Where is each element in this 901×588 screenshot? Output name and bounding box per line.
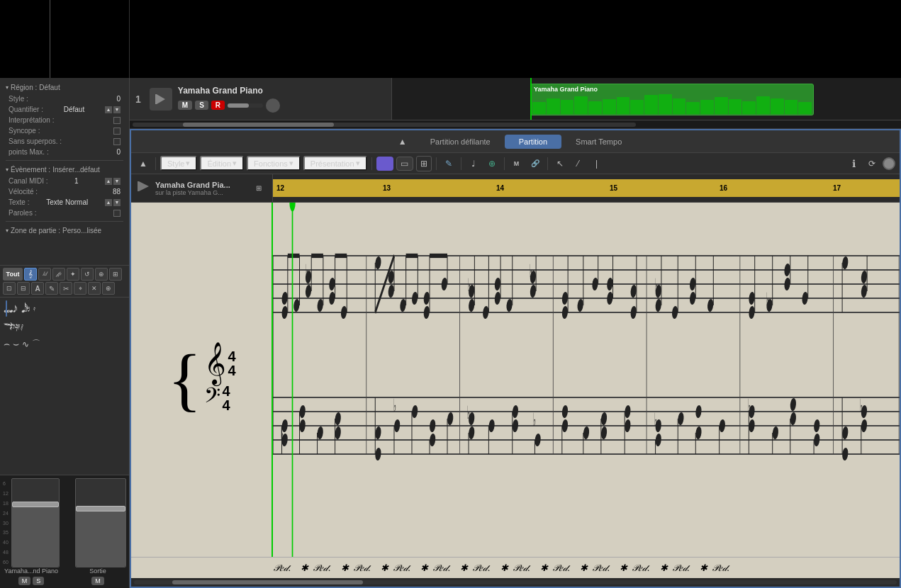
- link-btn[interactable]: 🔗: [527, 156, 543, 171]
- volume-knob-area: [228, 103, 263, 108]
- fader-thumb-1[interactable]: [12, 502, 59, 507]
- score-up-btn[interactable]: ▲: [135, 156, 151, 171]
- volume-knob[interactable]: [228, 103, 263, 108]
- line-btn[interactable]: |: [589, 156, 605, 171]
- menu-style[interactable]: Style ▾: [160, 156, 197, 171]
- texte-value[interactable]: Texte Normal: [46, 198, 88, 206]
- rest-32nd[interactable]: 𝅀: [17, 322, 18, 332]
- h-scrollbar-top[interactable]: [133, 123, 636, 127]
- quantifier-value[interactable]: Défaut: [64, 106, 84, 113]
- fader-track-2[interactable]: [75, 478, 126, 567]
- note-quarter[interactable]: 𝅘: [9, 300, 10, 317]
- rest-8th[interactable]: 𝄾: [11, 319, 13, 335]
- zone-section-title: ▾ Zone de partie : Perso...lisée: [6, 225, 123, 236]
- tool-articulation[interactable]: 𝒻𝑝: [52, 268, 65, 281]
- paroles-checkbox[interactable]: [113, 210, 121, 217]
- tool-arrow[interactable]: ⊕: [102, 282, 115, 295]
- note-cursor-btn[interactable]: ♩: [466, 156, 481, 171]
- interpretation-checkbox[interactable]: [113, 117, 121, 124]
- h-scrollbar-bottom[interactable]: [134, 580, 897, 584]
- tool-cross[interactable]: ✕: [88, 282, 101, 295]
- midi-bar: [785, 100, 798, 114]
- note-16th[interactable]: 𝅘𝅥𝅯: [21, 300, 22, 317]
- tool-select[interactable]: ✦: [67, 268, 79, 281]
- zone-value: Perso...lisée: [62, 227, 101, 234]
- note-half[interactable]: 𝅗: [6, 300, 7, 317]
- midi-btn[interactable]: M: [509, 156, 525, 171]
- tab-smart-tempo[interactable]: Smart Tempo: [561, 135, 636, 149]
- texte-down[interactable]: ▼: [113, 199, 121, 206]
- svg-point-47: [423, 304, 430, 320]
- note-8th[interactable]: ♪: [11, 300, 19, 317]
- menu-presentation[interactable]: Présentation ▾: [303, 156, 367, 171]
- channel-1-solo[interactable]: S: [33, 577, 44, 585]
- midi-region[interactable]: Yamaha Grand Piano: [530, 84, 814, 115]
- canal-up[interactable]: ▲: [105, 178, 112, 185]
- zone-chevron[interactable]: ▾: [6, 227, 9, 234]
- h-scrollbar-thumb-bottom[interactable]: [172, 580, 363, 584]
- quantifier-stepper[interactable]: ▲ ▼: [105, 106, 121, 113]
- syncope-checkbox[interactable]: [113, 128, 121, 135]
- tool-pencil[interactable]: ✎: [45, 282, 58, 295]
- tie-4[interactable]: ⌒: [31, 337, 41, 351]
- note-64th[interactable]: 𝄿: [33, 304, 34, 314]
- color-btn-purple[interactable]: [376, 157, 393, 171]
- tool-text[interactable]: A: [31, 282, 44, 295]
- score-track-expand-btn[interactable]: ⊞: [251, 181, 267, 196]
- pedal-markings-area: 𝒫𝑒𝒹. ✱ 𝒫𝑒𝒹. ✱ 𝒫𝑒𝒹. ✱ 𝒫𝑒𝒹. ✱ 𝒫𝑒𝒹. ✱ 𝒫𝑒𝒹. …: [131, 557, 900, 578]
- sans-superpos-checkbox[interactable]: [113, 138, 121, 145]
- fader-thumb-2[interactable]: [76, 506, 125, 511]
- quantifier-down[interactable]: ▼: [113, 106, 121, 113]
- tool-all[interactable]: Tout: [3, 268, 23, 281]
- tool-slash[interactable]: ⌖: [74, 282, 86, 295]
- canal-midi-stepper[interactable]: ▲ ▼: [105, 178, 121, 185]
- score-collapse-btn[interactable]: ▲: [395, 134, 410, 149]
- tab-partition-defilante[interactable]: Partition défilante: [416, 135, 505, 149]
- menu-edition[interactable]: Édition ▾: [200, 156, 244, 171]
- tool-dynamics[interactable]: 𝑙𝑑: [38, 268, 51, 281]
- right-btn2[interactable]: ⟳: [864, 156, 880, 171]
- channel-2-mute[interactable]: M: [91, 577, 104, 585]
- region-chevron[interactable]: ▾: [6, 84, 9, 91]
- tool-notes[interactable]: 𝄞: [24, 268, 37, 281]
- evenement-chevron[interactable]: ▾: [6, 166, 9, 173]
- tool-edit1[interactable]: ⊞: [109, 268, 122, 281]
- scrollbar-thumb-top[interactable]: [183, 123, 334, 127]
- texte-up[interactable]: ▲: [105, 199, 112, 206]
- color-btn-grid[interactable]: ⊞: [416, 156, 432, 171]
- track-solo-btn[interactable]: S: [195, 101, 208, 110]
- tie-1[interactable]: ⌢: [3, 337, 11, 351]
- brush-btn[interactable]: ∕: [571, 156, 586, 171]
- rest-16th[interactable]: 𝄿: [14, 319, 16, 335]
- pencil-tool-btn[interactable]: ✎: [441, 156, 457, 171]
- color-btn-blue[interactable]: ▭: [396, 157, 413, 171]
- track-mute-btn[interactable]: M: [178, 101, 192, 110]
- tie-2[interactable]: ⌣: [12, 337, 20, 351]
- tie-3[interactable]: ∿: [21, 339, 30, 350]
- note-32nd[interactable]: ♬: [23, 303, 31, 315]
- rest-whole[interactable]: 𝄻: [3, 319, 4, 335]
- tool-rotate[interactable]: ↺: [81, 268, 94, 281]
- tool-scissors[interactable]: ✂: [60, 282, 72, 295]
- track-record-btn[interactable]: R: [211, 101, 225, 110]
- tab-partition[interactable]: Partition: [505, 135, 561, 149]
- rest-half[interactable]: 𝄼: [6, 319, 7, 335]
- rest-64th[interactable]: 𝅁: [20, 322, 21, 332]
- rest-quarter[interactable]: 𝄽: [9, 319, 10, 335]
- pan-knob[interactable]: [266, 98, 280, 113]
- arrow-select-btn[interactable]: ↖: [552, 156, 568, 171]
- tool-edit2[interactable]: ⊡: [3, 282, 16, 295]
- color-indicator[interactable]: [883, 157, 895, 170]
- texte-stepper[interactable]: ▲ ▼: [105, 199, 121, 206]
- tool-edit3[interactable]: ⊟: [17, 282, 30, 295]
- sheet-music-area[interactable]: ♭: [273, 203, 900, 557]
- tool-zoom[interactable]: ⊕: [95, 268, 108, 281]
- channel-1-mute[interactable]: M: [18, 577, 31, 585]
- circle-btn[interactable]: ⊕: [484, 156, 500, 171]
- fader-track-1[interactable]: [11, 478, 60, 567]
- canal-down[interactable]: ▼: [113, 178, 121, 185]
- right-btn1[interactable]: ℹ: [846, 156, 861, 171]
- note-whole[interactable]: 𝅝: [3, 300, 4, 317]
- menu-fonctions[interactable]: Fonctions ▾: [247, 156, 301, 171]
- quantifier-up[interactable]: ▲: [105, 106, 112, 113]
